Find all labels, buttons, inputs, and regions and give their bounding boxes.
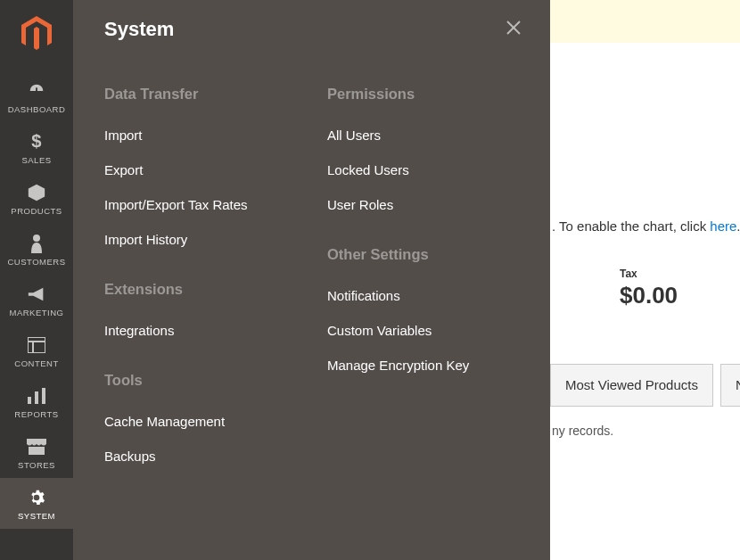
nav-system[interactable]: SYSTEM — [0, 478, 73, 529]
group-permissions: Permissions — [327, 86, 541, 103]
dashboard-content: . To enable the chart, click here. Tax $… — [550, 0, 740, 560]
link-import-export-tax-rates[interactable]: Import/Export Tax Rates — [104, 197, 318, 212]
nav-label: PRODUCTS — [11, 206, 62, 216]
link-locked-users[interactable]: Locked Users — [327, 162, 541, 177]
nav-label: REPORTS — [14, 409, 58, 419]
chart-hint-period: . — [736, 218, 740, 234]
link-import-history[interactable]: Import History — [104, 232, 318, 247]
nav-label: STORES — [18, 460, 55, 470]
chart-enable-link[interactable]: here — [710, 218, 736, 234]
close-flyout-button[interactable] — [502, 16, 525, 43]
tax-label: Tax — [620, 268, 678, 280]
svg-rect-8 — [42, 388, 45, 404]
box-icon — [27, 183, 46, 202]
link-cache-management[interactable]: Cache Management — [104, 414, 318, 429]
nav-content[interactable]: CONTENT — [0, 325, 73, 376]
nav-products[interactable]: PRODUCTS — [0, 173, 73, 224]
nav-label: SALES — [21, 155, 51, 165]
notice-banner — [550, 0, 740, 43]
nav-marketing[interactable]: MARKETING — [0, 275, 73, 325]
nav-sales[interactable]: $ SALES — [0, 122, 73, 173]
svg-point-2 — [33, 235, 40, 242]
layout-icon — [28, 335, 45, 355]
nav-customers[interactable]: CUSTOMERS — [0, 224, 73, 275]
magento-logo[interactable] — [21, 16, 52, 55]
svg-text:$: $ — [31, 132, 42, 151]
system-flyout: System Data Transfer Import Export Impor… — [73, 0, 550, 560]
link-notifications[interactable]: Notifications — [327, 288, 541, 303]
group-data-transfer: Data Transfer — [104, 86, 318, 103]
horn-icon — [27, 284, 46, 304]
svg-rect-6 — [28, 397, 31, 404]
group-tools: Tools — [104, 372, 318, 389]
store-icon — [27, 437, 46, 457]
link-export[interactable]: Export — [104, 162, 318, 177]
nav-label: CUSTOMERS — [7, 257, 65, 267]
link-manage-encryption-key[interactable]: Manage Encryption Key — [327, 358, 541, 373]
nav-reports[interactable]: REPORTS — [0, 376, 73, 427]
gear-icon — [28, 488, 45, 507]
svg-rect-0 — [36, 87, 37, 92]
nav-label: MARKETING — [10, 308, 64, 317]
group-other-settings: Other Settings — [327, 246, 541, 263]
link-all-users[interactable]: All Users — [327, 128, 541, 143]
main-sidebar: DASHBOARD $ SALES PRODUCTS CUSTOMERS MAR… — [0, 0, 73, 560]
nav-label: CONTENT — [14, 358, 58, 368]
link-backups[interactable]: Backups — [104, 449, 318, 464]
group-extensions: Extensions — [104, 281, 318, 298]
svg-rect-3 — [28, 337, 45, 353]
nav-label: SYSTEM — [18, 511, 55, 521]
nav-dashboard[interactable]: DASHBOARD — [0, 71, 73, 122]
close-icon — [506, 20, 522, 36]
svg-rect-9 — [29, 447, 45, 455]
nav-stores[interactable]: STORES — [0, 427, 73, 478]
dollar-icon: $ — [29, 132, 44, 152]
link-custom-variables[interactable]: Custom Variables — [327, 323, 541, 338]
link-import[interactable]: Import — [104, 128, 318, 143]
link-user-roles[interactable]: User Roles — [327, 197, 541, 212]
tax-summary: Tax $0.00 — [620, 268, 678, 309]
tab-most-viewed-products[interactable]: Most Viewed Products — [550, 364, 713, 407]
chart-hint-text: . To enable the chart, click — [552, 218, 710, 234]
dashboard-tabs: Most Viewed Products N — [550, 364, 740, 407]
person-icon — [29, 234, 45, 253]
records-message: ny records. — [552, 424, 613, 438]
tax-value: $0.00 — [620, 282, 678, 309]
flyout-title: System — [104, 18, 174, 41]
chart-hint: . To enable the chart, click here. — [550, 218, 740, 234]
link-integrations[interactable]: Integrations — [104, 323, 318, 338]
bars-icon — [28, 386, 45, 406]
svg-rect-7 — [35, 391, 38, 404]
nav-label: DASHBOARD — [8, 104, 66, 114]
tab-next[interactable]: N — [720, 364, 740, 407]
dashboard-icon — [27, 81, 46, 101]
